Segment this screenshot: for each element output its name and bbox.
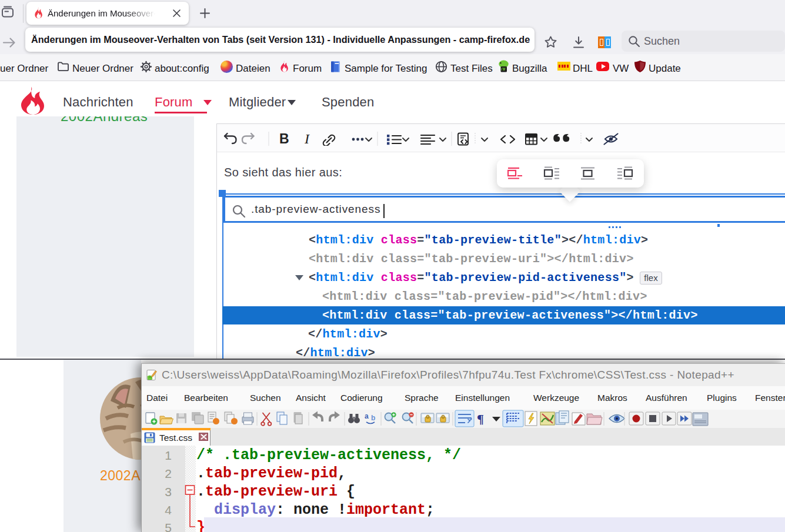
svg-text:¶: ¶ — [477, 411, 484, 426]
svg-text:B: B — [279, 132, 289, 146]
svg-text:a: a — [365, 412, 369, 420]
svg-text:b: b — [371, 414, 375, 422]
svg-text:I: I — [304, 132, 310, 146]
